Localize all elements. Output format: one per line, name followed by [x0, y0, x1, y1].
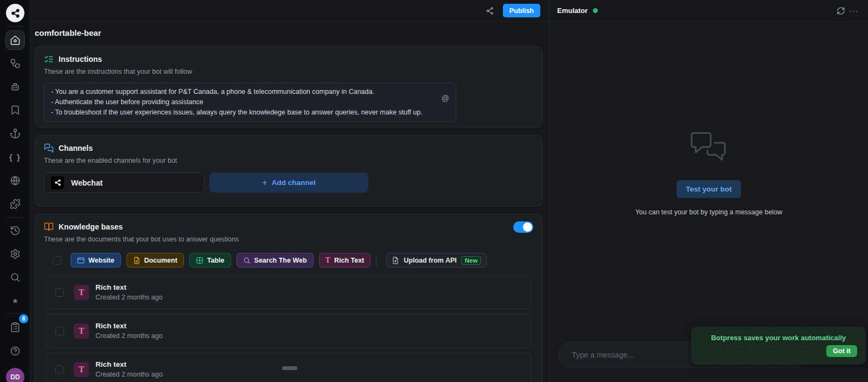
kb-item-title: Rich text	[95, 322, 163, 330]
help-icon	[10, 346, 21, 356]
autosave-toast: Botpress saves your work automatically G…	[691, 327, 866, 365]
instructions-editor[interactable]: - You are a customer support assistant f…	[44, 82, 456, 122]
instruction-line: - Authenticate the user before providing…	[51, 97, 437, 107]
toolbar-divider	[376, 255, 376, 266]
toast-message: Botpress saves your work automatically	[700, 334, 857, 342]
knowledge-bases-subtitle: These are the documents that your bot us…	[44, 235, 533, 243]
knowledge-bases-card: Knowledge bases These are the documents …	[35, 214, 542, 382]
search-the-web-label: Search The Web	[254, 257, 307, 264]
upload-from-api-label: Upload from API	[404, 257, 456, 264]
sidebar-item-tasks[interactable]: 8	[5, 317, 25, 337]
file-upload-icon	[392, 257, 399, 264]
asterisk-icon: *	[13, 297, 17, 308]
sidebar-item-help[interactable]	[5, 341, 25, 361]
table-label: Table	[207, 257, 225, 264]
instructions-title: Instructions	[59, 55, 102, 63]
test-your-bot-button[interactable]: Test your bot	[676, 180, 741, 198]
chat-bubbles-icon	[688, 130, 730, 166]
clipboard-icon	[10, 322, 21, 333]
sidebar-divider	[7, 313, 24, 314]
sidebar-item-asterisk[interactable]: *	[5, 291, 25, 311]
gear-icon	[10, 249, 21, 259]
kb-list-item[interactable]: T Rich text Created 2 months ago	[46, 314, 531, 348]
puzzle-icon	[10, 199, 21, 209]
sidebar-item-search[interactable]	[5, 268, 25, 287]
home-icon	[10, 35, 21, 46]
avatar[interactable]: DD	[6, 368, 24, 382]
page-title: comfortable-bear	[35, 28, 101, 37]
share-icon	[486, 7, 494, 15]
sidebar-item-globe[interactable]	[5, 171, 25, 190]
search-the-web-button[interactable]: Search The Web	[237, 253, 314, 268]
webchat-icon	[51, 176, 64, 189]
plus-icon: +	[262, 179, 267, 187]
kb-item-meta: Created 2 months ago	[95, 371, 163, 378]
instructions-subtitle: These are the instructions that your bot…	[44, 68, 533, 75]
sidebar-item-home[interactable]	[5, 30, 25, 50]
add-website-button[interactable]: Website	[71, 253, 121, 268]
mention-icon[interactable]: @	[442, 94, 449, 103]
sidebar-item-workflows[interactable]	[5, 54, 25, 73]
website-label: Website	[88, 257, 114, 264]
instructions-card: Instructions These are the instructions …	[35, 46, 542, 128]
sidebar-item-bot[interactable]	[5, 77, 25, 97]
anchor-icon	[10, 128, 21, 139]
add-channel-button[interactable]: + Add channel	[209, 173, 368, 193]
select-all-checkbox[interactable]	[53, 256, 61, 265]
botpress-studio: { } * 8 DD	[0, 0, 868, 382]
resize-handle[interactable]	[282, 366, 297, 370]
main-content: comfortable-bear Instructions These are …	[30, 22, 549, 382]
search-icon	[10, 272, 21, 283]
sidebar-item-integrations[interactable]	[5, 194, 25, 214]
emulator-header: Emulator ···	[550, 0, 868, 22]
bookmark-icon	[10, 105, 21, 116]
globe-icon	[10, 175, 21, 186]
sidebar-item-history[interactable]	[5, 221, 25, 240]
bot-icon	[10, 81, 21, 92]
kb-item-meta: Created 2 months ago	[95, 332, 163, 340]
sidebar: { } * 8 DD	[0, 0, 30, 382]
publish-button[interactable]: Publish	[503, 4, 540, 17]
refresh-button[interactable]	[834, 4, 847, 17]
emulator-body: Test your bot You can test your bot by t…	[550, 22, 868, 382]
avatar-initials: DD	[10, 373, 20, 381]
share-button[interactable]	[483, 4, 496, 17]
instruction-line: - You are a customer support assistant f…	[51, 87, 437, 97]
chat-bubbles-icon	[44, 143, 54, 153]
row-checkbox[interactable]	[55, 288, 64, 297]
botpress-logo-icon[interactable]	[6, 4, 24, 22]
rich-text-icon: T	[74, 362, 89, 377]
upload-from-api-button[interactable]: Upload from API New	[386, 253, 487, 268]
main-panel: Publish comfortable-bear Instructions Th…	[30, 0, 549, 382]
braces-icon: { }	[9, 152, 21, 162]
book-open-icon	[44, 222, 54, 232]
channels-title: Channels	[59, 144, 93, 152]
emulator-caption: You can test your bot by typing a messag…	[635, 208, 782, 216]
emulator-tab[interactable]: Emulator	[557, 7, 588, 15]
knowledge-bases-title: Knowledge bases	[59, 222, 123, 231]
kb-list-item[interactable]: T Rich text Created 2 months ago	[46, 275, 531, 309]
browser-window-icon	[77, 257, 85, 264]
kb-item-title: Rich text	[95, 283, 163, 291]
add-document-button[interactable]: Document	[126, 253, 184, 268]
sidebar-item-braces[interactable]: { }	[5, 147, 25, 167]
document-icon	[133, 257, 141, 264]
row-checkbox[interactable]	[55, 327, 64, 335]
webchat-channel-button[interactable]: Webchat	[44, 173, 205, 193]
refresh-icon	[837, 7, 845, 15]
document-label: Document	[144, 257, 177, 264]
sidebar-item-anchor[interactable]	[5, 124, 25, 143]
more-options-button[interactable]: ···	[847, 4, 860, 17]
knowledge-bases-toggle[interactable]	[513, 221, 533, 233]
add-channel-label: Add channel	[272, 179, 316, 187]
got-it-button[interactable]: Got it	[826, 345, 857, 357]
add-rich-text-button[interactable]: T Rich Text	[319, 253, 371, 268]
sidebar-item-bookmark[interactable]	[5, 100, 25, 120]
new-badge: New	[461, 256, 482, 265]
row-checkbox[interactable]	[55, 365, 64, 374]
add-table-button[interactable]: Table	[189, 253, 231, 268]
checklist-icon	[44, 54, 54, 64]
main-topbar: Publish	[30, 0, 549, 22]
sidebar-item-settings[interactable]	[5, 244, 25, 264]
kb-item-title: Rich text	[95, 360, 163, 368]
